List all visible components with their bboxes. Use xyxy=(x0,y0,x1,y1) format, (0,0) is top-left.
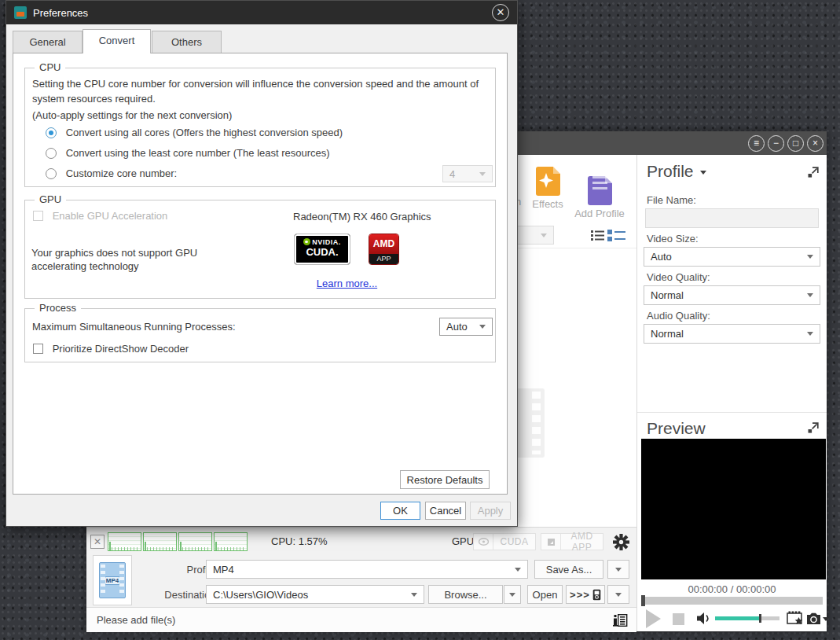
file-name-input[interactable] xyxy=(645,208,819,228)
dialog-titlebar[interactable]: Preferences ✕ xyxy=(6,1,517,24)
core-number-dropdown[interactable]: 4 xyxy=(442,165,493,182)
volume-icon[interactable] xyxy=(696,612,712,625)
destination-dropdown[interactable]: C:\Users\GIO\Videos xyxy=(206,585,424,604)
browse-menu-button[interactable] xyxy=(504,585,521,604)
device-icon xyxy=(592,589,601,601)
list-view-icon[interactable] xyxy=(591,230,604,241)
dialog-close-icon[interactable]: ✕ xyxy=(492,4,509,21)
radio-icon xyxy=(46,168,57,179)
toolbar-item-effects[interactable]: Effects xyxy=(523,167,572,210)
add-to-favorites-icon[interactable] xyxy=(787,611,804,626)
profile-thumbnail: MP4 xyxy=(93,555,132,605)
profile-panel-header[interactable]: Profile xyxy=(647,162,706,181)
radio-all-cores[interactable]: Convert using all cores (Offers the high… xyxy=(46,127,343,138)
transfer-to-device-button[interactable]: >>> xyxy=(566,585,605,604)
minimize-icon[interactable]: − xyxy=(768,135,784,152)
seek-bar[interactable] xyxy=(641,597,823,605)
cpu-note: (Auto-apply settings for the next conver… xyxy=(32,109,232,121)
radio-custom-cores[interactable]: Customize core number: xyxy=(46,167,177,179)
save-as-menu-button[interactable] xyxy=(607,560,629,579)
audio-quality-dropdown[interactable]: Normal xyxy=(644,324,820,344)
close-meters-icon[interactable]: ✕ xyxy=(90,535,105,549)
detail-view-icon[interactable] xyxy=(607,230,625,241)
gpu-no-support-text: Your graphics does not support GPU accel… xyxy=(31,246,203,273)
preview-panel-title: Preview xyxy=(647,419,706,438)
preferences-dialog: Preferences ✕ General Convert Others CPU… xyxy=(6,0,518,527)
save-as-button[interactable]: Save As... xyxy=(534,560,603,579)
gpu-group-legend: GPU xyxy=(35,193,66,205)
profile-dropdown[interactable]: MP4 xyxy=(206,560,528,579)
enable-gpu-checkbox[interactable]: Enable GPU Acceleration xyxy=(33,210,167,222)
process-group: Process Maximum Simultaneous Running Pro… xyxy=(24,308,496,362)
transfer-menu-button[interactable] xyxy=(607,585,629,604)
gpu-group: GPU Enable GPU Acceleration Radeon(TM) R… xyxy=(24,200,496,299)
cpu-description: Setting the CPU core number for conversi… xyxy=(32,76,493,106)
cpu-meter xyxy=(108,532,141,551)
nvidia-icon xyxy=(474,534,493,550)
snapshot-menu-caret-icon[interactable] xyxy=(823,617,829,621)
bottom-dock: ✕ CPU: 1.57% GPU: CUDA xyxy=(86,527,636,631)
restore-defaults-button[interactable]: Restore Defaults xyxy=(400,470,490,489)
convert-tab-panel: CPU Setting the CPU core number for conv… xyxy=(13,53,508,495)
app-icon xyxy=(14,6,27,19)
dialog-title: Preferences xyxy=(33,7,88,19)
radio-selected-icon xyxy=(46,127,57,138)
seek-handle[interactable] xyxy=(641,595,645,606)
amd-app-button[interactable]: AMD APP xyxy=(541,533,603,550)
file-name-label: File Name: xyxy=(647,194,696,206)
directshow-checkbox[interactable]: Prioritize DirectShow Decoder xyxy=(33,343,189,355)
cpu-meter xyxy=(178,532,212,551)
task-list-icon[interactable] xyxy=(613,613,628,627)
volume-fill xyxy=(715,616,760,620)
learn-more-link[interactable]: Learn more... xyxy=(317,278,377,289)
gpu-name: Radeon(TM) RX 460 Graphics xyxy=(293,211,431,223)
settings-gear-icon[interactable] xyxy=(613,534,629,550)
cuda-button[interactable]: CUDA xyxy=(473,533,536,550)
audio-quality-label: Audio Quality: xyxy=(647,310,710,322)
mp4-film-icon: MP4 xyxy=(99,562,126,598)
amd-app-badge-icon: AMD APP xyxy=(369,234,399,265)
cpu-group-legend: CPU xyxy=(35,61,65,73)
apply-button[interactable]: Apply xyxy=(470,502,511,520)
menu-icon[interactable]: ≡ xyxy=(748,135,765,152)
add-profile-icon xyxy=(588,176,612,205)
add-profile-label: Add Profile xyxy=(567,208,632,219)
radio-icon xyxy=(46,148,57,159)
profile-panel-title: Profile xyxy=(647,162,694,180)
expand-profile-icon[interactable] xyxy=(806,166,820,179)
playback-time: 00:00:00 / 00:00:00 xyxy=(637,583,827,595)
preview-video-area xyxy=(641,439,826,579)
cancel-button[interactable]: Cancel xyxy=(425,502,466,520)
expand-preview-icon[interactable] xyxy=(806,421,820,435)
radio-least-cores[interactable]: Convert using the least core number (The… xyxy=(46,147,330,159)
tab-convert[interactable]: Convert xyxy=(83,29,151,53)
volume-handle[interactable] xyxy=(759,614,761,623)
play-icon[interactable] xyxy=(646,609,661,628)
cpu-meter xyxy=(143,532,177,551)
cpu-usage-label: CPU: 1.57% xyxy=(271,535,328,547)
process-group-legend: Process xyxy=(35,302,81,314)
cpu-group: CPU Setting the CPU core number for conv… xyxy=(24,68,496,187)
max-processes-label: Maximum Simultaneous Running Processes: xyxy=(32,321,236,333)
cpu-meter xyxy=(214,532,248,551)
maximize-icon[interactable]: □ xyxy=(787,135,804,152)
stop-icon[interactable] xyxy=(673,613,684,625)
tab-general[interactable]: General xyxy=(13,31,83,53)
profile-menu-caret-icon xyxy=(700,171,706,175)
amd-icon xyxy=(541,534,561,550)
video-size-label: Video Size: xyxy=(647,233,699,245)
right-panel: Profile File Name: Video Size: Auto Vide… xyxy=(636,155,827,631)
open-button[interactable]: Open xyxy=(527,585,563,604)
browse-button[interactable]: Browse... xyxy=(428,585,503,604)
close-window-icon[interactable]: × xyxy=(807,135,823,152)
toolbar-item-add-profile[interactable]: Add Profile xyxy=(567,167,632,219)
ok-button[interactable]: OK xyxy=(380,502,420,520)
tab-others[interactable]: Others xyxy=(152,31,222,53)
snapshot-camera-icon[interactable] xyxy=(805,612,822,626)
status-message: Please add file(s) xyxy=(97,614,175,626)
max-processes-dropdown[interactable]: Auto xyxy=(439,318,493,336)
video-size-dropdown[interactable]: Auto xyxy=(644,247,820,267)
status-message-bar: Please add file(s) xyxy=(86,607,636,632)
checkbox-icon xyxy=(33,344,43,354)
video-quality-dropdown[interactable]: Normal xyxy=(644,285,820,305)
